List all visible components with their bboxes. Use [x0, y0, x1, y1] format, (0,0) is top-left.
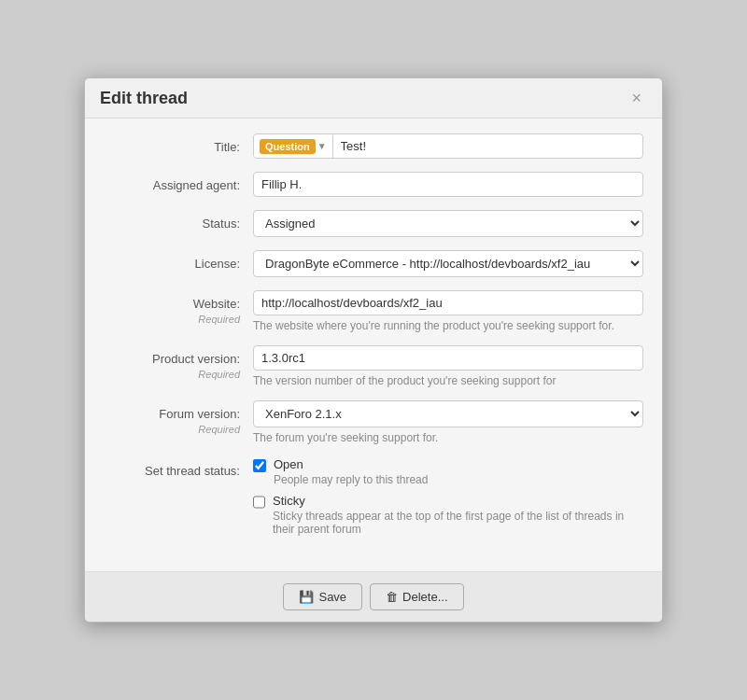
product-version-row: Product version: Required The version nu…: [104, 345, 643, 387]
forum-version-wrap: XenForo 2.1.x XenForo 2.0.x XenForo 1.x …: [253, 400, 643, 444]
license-select[interactable]: DragonByte eCommerce - http://localhost/…: [253, 250, 643, 277]
title-input-wrap: Question ▼: [253, 133, 643, 159]
product-version-input[interactable]: [253, 345, 643, 371]
title-label: Title:: [104, 133, 253, 156]
prefix-badge: Question: [260, 139, 316, 154]
product-version-label: Product version: Required: [104, 345, 253, 383]
sticky-checkbox-row: Sticky Sticky threads appear at the top …: [253, 494, 643, 536]
forum-version-label: Forum version: Required: [104, 400, 253, 438]
website-wrap: The website where you're running the pro…: [253, 290, 643, 332]
forum-version-row: Forum version: Required XenForo 2.1.x Xe…: [104, 400, 643, 444]
assigned-agent-label: Assigned agent:: [104, 172, 253, 194]
license-label: License:: [104, 250, 253, 273]
title-input[interactable]: [333, 134, 642, 158]
sticky-checkbox[interactable]: [253, 496, 265, 509]
license-row: License: DragonByte eCommerce - http://l…: [104, 250, 643, 277]
product-version-help: The version number of the product you're…: [253, 374, 643, 387]
open-help: People may reply to this thread: [274, 473, 428, 486]
open-label-wrap: Open People may reply to this thread: [274, 457, 428, 486]
dialog-body: Title: Question ▼ Assigned agent: Status…: [85, 119, 662, 571]
save-icon: 💾: [299, 590, 314, 604]
product-version-wrap: The version number of the product you're…: [253, 345, 643, 387]
prefix-arrow-icon: ▼: [317, 141, 327, 151]
website-row: Website: Required The website where you'…: [104, 290, 643, 332]
sticky-label-wrap: Sticky Sticky threads appear at the top …: [273, 494, 643, 536]
forum-version-help: The forum you're seeking support for.: [253, 431, 643, 444]
license-wrap: DragonByte eCommerce - http://localhost/…: [253, 250, 643, 277]
assigned-agent-wrap: [253, 172, 643, 197]
edit-thread-dialog: Edit thread × Title: Question ▼ Assigned…: [84, 77, 663, 623]
delete-button[interactable]: 🗑 Delete...: [370, 583, 463, 610]
delete-icon: 🗑: [386, 590, 398, 604]
status-wrap: Assigned Open Closed Pending: [253, 210, 643, 237]
open-label[interactable]: Open: [274, 457, 303, 471]
thread-status-row: Set thread status: Open People may reply…: [104, 457, 643, 543]
sticky-label[interactable]: Sticky: [273, 494, 305, 508]
close-button[interactable]: ×: [626, 88, 647, 108]
dialog-footer: 💾 Save 🗑 Delete...: [85, 571, 662, 622]
title-row: Title: Question ▼: [104, 133, 643, 159]
sticky-help: Sticky threads appear at the top of the …: [273, 510, 643, 536]
website-help: The website where you're running the pro…: [253, 319, 643, 332]
status-row: Status: Assigned Open Closed Pending: [104, 210, 643, 237]
open-checkbox[interactable]: [253, 459, 266, 472]
open-checkbox-row: Open People may reply to this thread: [253, 457, 643, 486]
status-label: Status:: [104, 210, 253, 232]
status-select[interactable]: Assigned Open Closed Pending: [253, 210, 643, 237]
website-label: Website: Required: [104, 290, 253, 328]
title-field-container: Question ▼: [253, 133, 643, 159]
thread-status-wrap: Open People may reply to this thread Sti…: [253, 457, 643, 543]
assigned-agent-input[interactable]: [253, 172, 643, 197]
save-button[interactable]: 💾 Save: [283, 583, 362, 610]
thread-status-label: Set thread status:: [104, 457, 253, 480]
dialog-title: Edit thread: [100, 89, 188, 108]
dialog-header: Edit thread ×: [85, 78, 662, 119]
website-input[interactable]: [253, 290, 643, 315]
prefix-button[interactable]: Question ▼: [254, 135, 333, 158]
assigned-agent-row: Assigned agent:: [104, 172, 643, 197]
forum-version-select[interactable]: XenForo 2.1.x XenForo 2.0.x XenForo 1.x: [253, 400, 643, 427]
